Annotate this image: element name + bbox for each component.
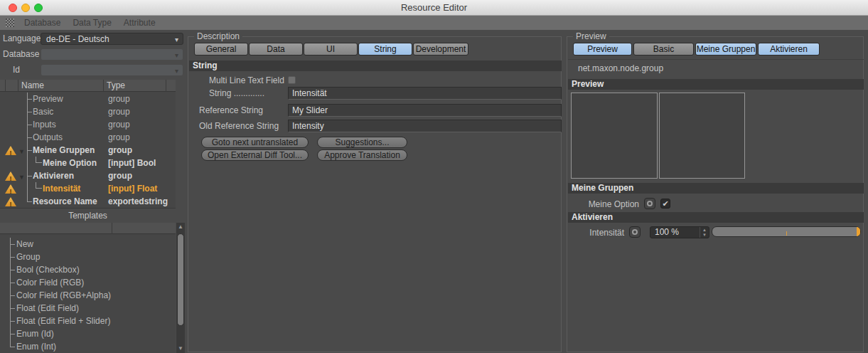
templates-title: Templates <box>0 211 176 221</box>
scroll-down-icon[interactable]: ▼ <box>176 344 185 353</box>
resource-tree: Name Type Previewgroup Basicgroup Inputs… <box>0 80 176 209</box>
goto-next-untranslated-button[interactable]: Goto next untranslated <box>201 137 309 148</box>
tree-row[interactable]: Previewgroup <box>0 93 176 105</box>
meine-option-checkbox[interactable]: ✔ <box>660 199 670 209</box>
templates-scrollbar[interactable]: ▲ ▼ <box>176 223 185 353</box>
tree-row-aktivieren[interactable]: ! ▼ Aktivierengroup <box>0 169 176 182</box>
tree-column-type: Type <box>107 80 125 90</box>
node-id-text: net.maxon.node.group <box>578 63 663 73</box>
tree-row[interactable]: Inputsgroup <box>0 118 176 131</box>
tree-row-meine-option[interactable]: Meine Option[input] Bool <box>0 157 176 169</box>
multiline-checkbox[interactable] <box>288 76 296 84</box>
tree-row[interactable]: Outputsgroup <box>0 131 176 144</box>
preview-group: Preview Preview Basic Meine Gruppen Akti… <box>567 36 864 352</box>
preview-section-header: Preview <box>568 79 864 90</box>
chevron-down-icon: ▾ <box>175 49 178 61</box>
preview-thumbnail-box <box>571 93 658 179</box>
scroll-up-icon[interactable]: ▲ <box>176 223 185 231</box>
tab-basic[interactable]: Basic <box>633 43 694 56</box>
port-connector-button[interactable] <box>644 198 655 209</box>
scrollbar-thumb[interactable] <box>177 233 184 326</box>
palette-drag-handle-icon[interactable] <box>6 19 14 27</box>
intensitaet-value-field[interactable]: 100 % ▲▼ <box>650 226 709 238</box>
chevron-down-icon: ▾ <box>175 65 178 77</box>
suggestions-button[interactable]: Suggestions... <box>317 137 407 148</box>
menu-data-type[interactable]: Data Type <box>73 18 111 28</box>
multiline-label: Multi Line Text Field <box>209 75 284 86</box>
tree-row-meine-gruppen[interactable]: ! ▼ Meine Gruppengroup <box>0 144 176 157</box>
id-label: Id <box>13 64 20 76</box>
tab-general[interactable]: General <box>194 43 248 56</box>
stepper-arrows-icon[interactable]: ▲▼ <box>700 227 709 238</box>
string-input[interactable] <box>288 87 562 100</box>
meine-option-label: Meine Option <box>567 199 639 210</box>
tree-column-name: Name <box>21 80 44 90</box>
port-circle-icon <box>632 229 638 235</box>
database-select[interactable]: ▾ <box>41 48 183 60</box>
template-item[interactable]: Float (Edit Field) <box>0 302 167 315</box>
tab-ui[interactable]: UI <box>304 43 358 56</box>
string-section-header: String <box>189 60 562 71</box>
chevron-down-icon: ▾ <box>175 33 178 46</box>
warning-icon: ! <box>5 172 16 181</box>
tree-row[interactable]: Basicgroup <box>0 105 176 118</box>
tab-data[interactable]: Data <box>249 43 303 56</box>
tree-row-intensitaet[interactable]: ! Intensität[input] Float <box>0 182 176 195</box>
port-circle-icon <box>647 201 653 206</box>
old-reference-string-label: Old Reference String <box>199 120 279 132</box>
tree-row-resource-name[interactable]: ! Resource Nameexportedstring <box>0 195 176 208</box>
preview-thumbnail-box <box>659 93 745 179</box>
divider <box>568 59 864 60</box>
template-item[interactable]: Float (Edit Field + Slider) <box>0 315 167 327</box>
id-select[interactable]: ▾ <box>41 64 183 76</box>
window-title: Resource Editor <box>0 2 868 13</box>
database-label: Database <box>3 48 39 60</box>
slider-handle[interactable] <box>857 227 860 236</box>
warning-icon: ! <box>5 184 16 194</box>
tab-aktivieren[interactable]: Aktivieren <box>758 43 820 56</box>
aktivieren-section-header: Aktivieren <box>568 212 864 223</box>
template-item[interactable]: Color Field (RGB+Alpha) <box>0 289 167 302</box>
template-item[interactable]: Enum (Int) <box>0 340 167 353</box>
open-external-diff-tool-button[interactable]: Open External Diff Tool... <box>201 149 309 161</box>
tab-preview[interactable]: Preview <box>573 43 632 56</box>
preview-legend: Preview <box>573 31 609 41</box>
tab-string[interactable]: String <box>358 43 412 56</box>
port-connector-button[interactable] <box>629 226 641 238</box>
language-select[interactable]: de-DE - Deutsch▾ <box>41 33 183 45</box>
meine-gruppen-section-header: Meine Gruppen <box>568 183 864 194</box>
tab-meine-gruppen[interactable]: Meine Gruppen <box>695 43 756 56</box>
checkmark-icon: ✔ <box>662 199 668 208</box>
menu-attribute[interactable]: Attribute <box>124 18 156 28</box>
reference-string-label: Reference String <box>199 105 263 116</box>
intensitaet-label: Intensität <box>567 227 624 238</box>
tab-development[interactable]: Development <box>413 43 468 56</box>
tree-header: Name Type <box>0 80 176 92</box>
slider-tick <box>786 231 787 236</box>
language-label: Language <box>3 33 41 45</box>
warning-icon: ! <box>5 197 16 206</box>
description-legend: Description <box>194 31 242 41</box>
template-item[interactable]: Group <box>0 251 167 263</box>
template-item[interactable]: Enum (Id) <box>0 327 167 340</box>
reference-string-input[interactable] <box>288 104 562 117</box>
approve-translation-button[interactable]: Approve Translation <box>317 149 407 161</box>
menu-database[interactable]: Database <box>24 18 60 28</box>
string-label: String ............. <box>209 88 264 99</box>
template-item[interactable]: Color Field (RGB) <box>0 276 167 289</box>
title-bar: Resource Editor <box>0 0 868 16</box>
warning-icon: ! <box>5 146 16 155</box>
tree-branch-line <box>36 182 42 189</box>
menu-bar: Database Data Type Attribute <box>0 16 868 30</box>
templates-header <box>0 223 176 234</box>
templates-list: New Group Bool (Checkbox) Color Field (R… <box>0 223 176 353</box>
old-reference-string-input[interactable] <box>288 120 562 132</box>
template-item[interactable]: New <box>0 238 167 251</box>
intensitaet-slider[interactable] <box>712 226 861 237</box>
template-item[interactable]: Bool (Checkbox) <box>0 263 167 276</box>
tree-branch-line <box>36 157 42 163</box>
description-group: Description General Data UI String Devel… <box>188 36 562 352</box>
